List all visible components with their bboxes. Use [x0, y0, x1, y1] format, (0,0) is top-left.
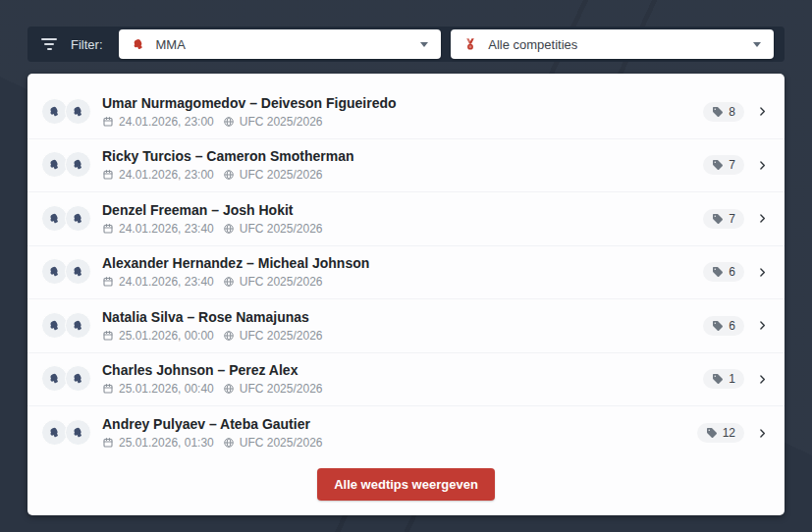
tag-icon — [712, 373, 724, 385]
match-meta: 24.01.2026, 23:00 UFC 2025/2026 — [102, 168, 703, 182]
match-datetime: 24.01.2026, 23:40 — [119, 275, 214, 289]
match-datetime: 25.01.2026, 00:40 — [119, 382, 214, 396]
calendar-icon — [102, 223, 114, 235]
competition-select[interactable]: Alle competities — [451, 29, 774, 59]
avatar — [65, 365, 91, 392]
avatar — [41, 151, 68, 178]
match-competition: UFC 2025/2026 — [240, 382, 323, 396]
match-list: Umar Nurmagomedov – Deiveson Figueiredo … — [27, 85, 785, 460]
avatar — [41, 205, 68, 232]
tips-count: 1 — [729, 372, 735, 386]
chevron-right-icon[interactable] — [757, 320, 768, 331]
row-right: 8 — [703, 102, 768, 122]
boxing-glove-icon — [48, 319, 61, 332]
match-row[interactable]: Charles Johnson – Perez Alex 25.01.2026,… — [27, 353, 785, 407]
filter-bar: Filter: MMA Alle compet — [27, 27, 785, 62]
row-right: 6 — [703, 316, 768, 336]
fighter-avatars — [41, 365, 92, 393]
tips-count: 12 — [723, 426, 735, 440]
chevron-right-icon[interactable] — [757, 213, 768, 224]
match-title: Natalia Silva – Rose Namajunas — [102, 309, 703, 325]
match-meta: 24.01.2026, 23:00 UFC 2025/2026 — [102, 115, 703, 129]
match-meta: 24.01.2026, 23:40 UFC 2025/2026 — [102, 275, 703, 289]
page: Filter: MMA Alle compet — [0, 0, 812, 515]
boxing-glove-icon — [72, 426, 84, 439]
match-competition: UFC 2025/2026 — [240, 275, 323, 289]
globe-icon — [223, 169, 235, 181]
chevron-down-icon — [753, 42, 761, 47]
avatar — [41, 98, 68, 125]
match-meta: 25.01.2026, 01:30 UFC 2025/2026 — [102, 436, 697, 450]
fighter-avatars — [41, 98, 92, 126]
fighter-avatars — [41, 151, 92, 179]
avatar — [41, 312, 68, 339]
match-datetime: 24.01.2026, 23:40 — [119, 222, 214, 236]
match-row[interactable]: Denzel Freeman – Josh Hokit 24.01.2026, … — [27, 192, 785, 246]
boxing-glove-icon — [72, 105, 84, 118]
boxing-glove-icon — [48, 105, 61, 118]
boxing-glove-icon — [48, 212, 61, 225]
avatar — [41, 258, 68, 285]
globe-icon — [223, 276, 235, 288]
tips-count-badge: 6 — [703, 262, 744, 282]
match-info: Andrey Pulyaev – Ateba Gautier 25.01.202… — [102, 416, 697, 450]
show-all-tips-button[interactable]: Alle wedtips weergeven — [317, 468, 495, 501]
filter-label: Filter: — [71, 37, 103, 52]
match-competition: UFC 2025/2026 — [240, 222, 323, 236]
tips-count: 7 — [729, 158, 735, 172]
match-row[interactable]: Andrey Pulyaev – Ateba Gautier 25.01.202… — [27, 406, 785, 460]
match-info: Alexander Hernandez – Micheal Johnson 24… — [102, 255, 703, 289]
tag-icon — [712, 106, 724, 118]
chevron-right-icon[interactable] — [757, 160, 768, 171]
chevron-right-icon[interactable] — [757, 374, 768, 385]
calendar-icon — [102, 116, 114, 128]
globe-icon — [223, 437, 235, 449]
fighter-avatars — [41, 258, 92, 286]
row-right: 12 — [697, 423, 768, 443]
tag-icon — [712, 320, 724, 332]
match-competition: UFC 2025/2026 — [240, 115, 323, 129]
row-right: 7 — [703, 155, 768, 175]
avatar — [41, 365, 68, 392]
match-meta: 24.01.2026, 23:40 UFC 2025/2026 — [102, 222, 703, 236]
tips-count: 8 — [729, 105, 735, 119]
sport-select[interactable]: MMA — [119, 29, 442, 59]
tips-count-badge: 6 — [703, 316, 744, 336]
avatar — [65, 419, 91, 446]
medal-icon — [463, 37, 477, 51]
match-row[interactable]: Natalia Silva – Rose Namajunas 25.01.202… — [27, 299, 785, 353]
tips-count-badge: 12 — [697, 423, 744, 443]
match-title: Ricky Turcios – Cameron Smotherman — [102, 148, 703, 164]
boxing-glove-icon — [48, 158, 61, 171]
match-row[interactable]: Ricky Turcios – Cameron Smotherman 24.01… — [27, 139, 785, 193]
fighter-avatars — [41, 312, 92, 340]
boxing-glove-icon — [48, 265, 61, 278]
globe-icon — [223, 330, 235, 342]
row-right: 6 — [703, 262, 768, 282]
boxing-glove-icon — [48, 372, 61, 385]
tips-count-badge: 1 — [703, 369, 744, 389]
tag-icon — [712, 159, 724, 171]
match-datetime: 25.01.2026, 01:30 — [119, 436, 214, 450]
fighter-avatars — [41, 419, 92, 447]
tips-count: 7 — [729, 212, 735, 226]
calendar-icon — [102, 437, 114, 449]
avatar — [65, 312, 91, 339]
tips-count-badge: 7 — [703, 209, 744, 229]
avatar — [65, 258, 91, 285]
chevron-right-icon[interactable] — [757, 428, 768, 439]
match-info: Charles Johnson – Perez Alex 25.01.2026,… — [102, 362, 703, 396]
match-title: Alexander Hernandez – Micheal Johnson — [102, 255, 703, 271]
match-info: Denzel Freeman – Josh Hokit 24.01.2026, … — [102, 202, 703, 236]
tips-count-badge: 7 — [703, 155, 744, 175]
match-row[interactable]: Alexander Hernandez – Micheal Johnson 24… — [27, 246, 785, 300]
match-row[interactable]: Umar Nurmagomedov – Deiveson Figueiredo … — [27, 85, 785, 139]
avatar — [41, 419, 68, 446]
chevron-right-icon[interactable] — [757, 106, 768, 117]
card-footer: Alle wedtips weergeven — [27, 460, 785, 515]
tag-icon — [712, 266, 724, 278]
chevron-right-icon[interactable] — [757, 267, 768, 278]
match-datetime: 24.01.2026, 23:00 — [119, 168, 214, 182]
matches-card: Umar Nurmagomedov – Deiveson Figueiredo … — [27, 74, 785, 515]
tag-icon — [712, 213, 724, 225]
